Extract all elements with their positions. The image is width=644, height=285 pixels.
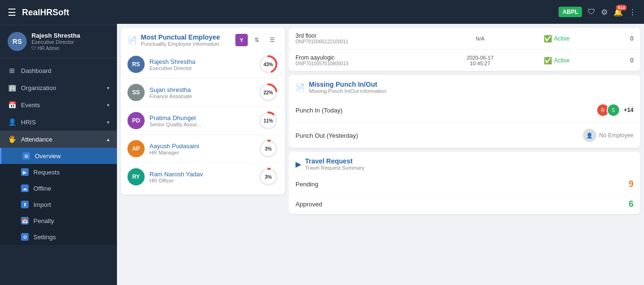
user-role: Executive Director bbox=[32, 39, 80, 45]
employee-name: Aayush Pudasaini bbox=[149, 142, 253, 150]
sidebar-item-settings[interactable]: ⚙ Settings bbox=[0, 229, 117, 245]
employee-name: Sujan shrestha bbox=[149, 86, 253, 93]
punch-out-row: Punch Out (Yesterday) 👤 No Employee bbox=[289, 123, 640, 148]
card-title: Most Punctual Employee bbox=[141, 33, 221, 41]
top-table-card: 3rd floor ONP7010066122100011 N/A ✅ Acti… bbox=[289, 28, 640, 71]
progress-ring: 11% bbox=[258, 111, 278, 131]
sidebar-item-hris[interactable]: 👤 HRIS ▾ bbox=[0, 113, 117, 131]
sidebar-item-label: HRIS bbox=[21, 119, 36, 126]
punch-more-count: +14 bbox=[624, 107, 633, 113]
sidebar-item-organization[interactable]: 🏢 Organization ▾ bbox=[0, 79, 117, 96]
notification-bell[interactable]: 🔔 514 bbox=[613, 8, 623, 17]
travel-subtitle: Travel Request Summary bbox=[305, 165, 364, 171]
employee-name: Pratima Dhungel bbox=[149, 114, 253, 122]
most-punctual-card: 📄 Most Punctual Employee Punctuality Emp… bbox=[121, 28, 285, 194]
sidebar-item-label: Import bbox=[33, 201, 51, 208]
card-title-wrap: 📄 Most Punctual Employee Punctuality Emp… bbox=[127, 33, 221, 47]
table-row: From aayulogic ONP7010057010800013 2020-… bbox=[289, 50, 640, 71]
employee-name: Rajesh Shrestha bbox=[149, 58, 253, 65]
progress-ring: 3% bbox=[258, 139, 278, 159]
sidebar-item-penalty[interactable]: 📅 Penalty bbox=[0, 213, 117, 229]
card-subtitle: Punctuality Employee Information. bbox=[141, 41, 221, 47]
sidebar: ☰ RealHRSoft RS Rajesh Shrestha Executiv… bbox=[0, 0, 117, 285]
sidebar-item-events[interactable]: 📅 Events ▾ bbox=[0, 96, 117, 113]
topbar: ABPL 🛡 ⚙ 🔔 514 ⋮ bbox=[117, 0, 644, 24]
notification-badge: 514 bbox=[616, 5, 627, 10]
punch-icon: 📄 bbox=[296, 83, 305, 92]
gear-icon[interactable]: ⚙ bbox=[601, 8, 608, 17]
ring-text: 3% bbox=[265, 146, 272, 152]
approved-count: 6 bbox=[629, 199, 633, 209]
sidebar-item-attendance[interactable]: 🖐 Attendance ▴ bbox=[0, 131, 117, 148]
user-profile: RS Rajesh Shrestha Executive Director 🛡 … bbox=[0, 25, 117, 58]
approved-row: Approved 6 bbox=[289, 194, 640, 214]
sidebar-item-label: Overview bbox=[35, 153, 61, 160]
card-title-wrap: ▶ Travel Request Travel Request Summary bbox=[296, 157, 364, 171]
pending-count: 9 bbox=[629, 179, 633, 189]
sidebar-item-label: Offline bbox=[33, 185, 51, 192]
travel-icon: ▶ bbox=[296, 160, 301, 169]
sidebar-header: ☰ RealHRSoft bbox=[0, 0, 117, 25]
sidebar-item-dashboard[interactable]: ⊞ Dashboard bbox=[0, 62, 117, 79]
sidebar-item-requests[interactable]: ▶ Requests bbox=[0, 164, 117, 180]
attendance-icon: 🖐 bbox=[8, 135, 16, 143]
user-badge: 🛡 HR Admin bbox=[32, 46, 80, 51]
employee-avatar: RY bbox=[127, 168, 145, 185]
offline-icon: ☁ bbox=[21, 184, 29, 192]
table-row: 3rd floor ONP7010066122100011 N/A ✅ Acti… bbox=[289, 28, 640, 50]
row-id: ONP7010057010800013 bbox=[296, 61, 439, 66]
chevron-down-icon: ▾ bbox=[107, 102, 109, 108]
missing-punch-header: 📄 Missing Punch In/Out Missing Punch In/… bbox=[289, 75, 640, 98]
no-emp-avatar: 👤 bbox=[583, 129, 596, 142]
dashboard-icon: ⊞ bbox=[8, 67, 16, 74]
employee-role: Executive Director bbox=[149, 65, 253, 71]
row-id: ONP7010066122100011 bbox=[296, 39, 439, 44]
employee-name: Ram Narosh Yadav bbox=[149, 171, 253, 178]
avatar: RS bbox=[8, 32, 27, 51]
employee-avatar: SS bbox=[127, 84, 145, 101]
right-panel: 3rd floor ONP7010066122100011 N/A ✅ Acti… bbox=[289, 24, 644, 285]
row-status: ✅ Active bbox=[521, 35, 593, 42]
sidebar-item-label: Events bbox=[21, 102, 40, 109]
organization-icon: 🏢 bbox=[8, 84, 16, 92]
left-panel: 📄 Most Punctual Employee Punctuality Emp… bbox=[117, 24, 289, 285]
sidebar-item-label: Requests bbox=[33, 169, 60, 176]
sidebar-item-offline[interactable]: ☁ Offline bbox=[0, 180, 117, 196]
content-area: 📄 Most Punctual Employee Punctuality Emp… bbox=[117, 24, 644, 285]
row-name: 3rd floor bbox=[296, 32, 439, 39]
sidebar-item-import[interactable]: ⬆ Import bbox=[0, 196, 117, 213]
overview-icon: ⊞ bbox=[22, 152, 30, 160]
sidebar-item-label: Attendance bbox=[21, 136, 53, 143]
row-count: 0 bbox=[598, 35, 633, 42]
sort-icon[interactable]: ⇅ bbox=[251, 34, 263, 46]
sidebar-item-label: Organization bbox=[21, 84, 56, 92]
row-date: 2020-06-17 10:45:27 bbox=[444, 55, 516, 66]
sidebar-item-overview[interactable]: ⊞ Overview bbox=[0, 148, 117, 164]
settings-icon: ⚙ bbox=[21, 233, 29, 241]
missing-punch-subtitle: Missing Punch In/Out information bbox=[309, 88, 386, 94]
approved-label: Approved bbox=[296, 201, 322, 208]
events-icon: 📅 bbox=[8, 101, 16, 109]
user-info: Rajesh Shrestha Executive Director 🛡 HR … bbox=[32, 32, 80, 51]
employee-role: Finance Associate bbox=[149, 93, 253, 99]
punctual-item: RS Rajesh Shrestha Executive Director 43… bbox=[125, 51, 281, 79]
punctual-item: SS Sujan shrestha Finance Associate 22% bbox=[125, 79, 281, 107]
progress-ring: 43% bbox=[258, 54, 278, 74]
topbar-avatar[interactable]: ABPL bbox=[559, 7, 582, 17]
no-employee-label: 👤 No Employee bbox=[583, 129, 633, 142]
employee-avatar: PD bbox=[127, 112, 145, 129]
progress-ring: 3% bbox=[258, 167, 278, 187]
employee-avatar: RS bbox=[127, 56, 145, 73]
hamburger-menu[interactable]: ☰ bbox=[8, 7, 16, 18]
progress-ring: 22% bbox=[258, 82, 278, 102]
shield-icon[interactable]: 🛡 bbox=[588, 8, 595, 16]
chevron-down-icon: ▾ bbox=[107, 85, 109, 91]
sidebar-item-label: Settings bbox=[33, 234, 56, 241]
punch-in-row: Punch In (Today) R S +14 bbox=[289, 98, 640, 123]
user-name: Rajesh Shrestha bbox=[32, 32, 80, 39]
filter-icon[interactable]: ☰ bbox=[266, 34, 278, 46]
more-options-icon[interactable]: ⋮ bbox=[629, 8, 636, 17]
punctual-item: RY Ram Narosh Yadav HR Officer 3% bbox=[125, 163, 281, 191]
filter-y-button[interactable]: Y bbox=[235, 34, 248, 46]
ring-text: 11% bbox=[264, 118, 273, 123]
